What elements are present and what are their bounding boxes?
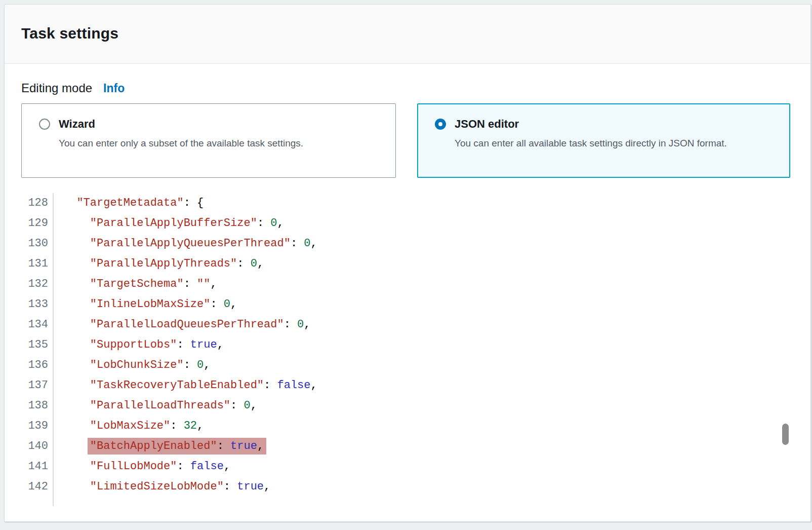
line-number: 131 [5, 254, 53, 274]
code-line[interactable]: 136 "LobChunkSize": 0, [5, 355, 810, 375]
code-text: "TargetSchema": "", [53, 274, 217, 294]
editing-mode-label: Editing mode [21, 81, 92, 95]
radio-selected-icon[interactable] [435, 119, 446, 130]
code-text: "ParallelLoadQueuesPerThread": 0, [53, 315, 311, 335]
radio-unselected-icon[interactable] [39, 119, 50, 130]
line-number: 130 [5, 234, 53, 254]
line-number: 139 [5, 416, 53, 436]
editing-mode-row: Editing mode Info [21, 81, 794, 95]
page-title: Task settings [21, 25, 794, 42]
code-line[interactable]: 131 "ParallelApplyThreads": 0, [5, 254, 810, 274]
code-line[interactable]: 130 "ParallelApplyQueuesPerThread": 0, [5, 234, 810, 254]
code-line[interactable]: 132 "TargetSchema": "", [5, 274, 810, 294]
editing-mode-tiles: Wizard You can enter only a subset of th… [21, 103, 794, 178]
wizard-option-title: Wizard [59, 117, 303, 131]
line-number: 133 [5, 294, 53, 315]
wizard-option-text: Wizard You can enter only a subset of th… [59, 117, 303, 177]
code-text: "BatchApplyEnabled": true, [53, 436, 264, 457]
line-number: 140 [5, 436, 53, 457]
code-line[interactable]: 138 "ParallelLoadThreads": 0, [5, 396, 810, 416]
code-line[interactable]: 133 "InlineLobMaxSize": 0, [5, 294, 810, 315]
line-number: 141 [5, 457, 53, 477]
json-editor-option-title: JSON editor [455, 117, 727, 131]
json-editor-option-description: You can enter all available task setting… [455, 134, 727, 153]
gutter-divider [53, 193, 54, 506]
line-number: 138 [5, 396, 53, 416]
code-text: "LimitedSizeLobMode": true, [53, 477, 270, 497]
code-text: "TargetMetadata": { [53, 193, 204, 213]
code-lines: 128 "TargetMetadata": {129 "ParallelAppl… [5, 193, 810, 497]
task-settings-panel: Task settings Editing mode Info Wizard Y… [4, 4, 811, 522]
line-number: 128 [5, 193, 53, 213]
highlighted-token: "BatchApplyEnabled": true, [88, 438, 266, 455]
line-number: 137 [5, 375, 53, 396]
json-code-editor[interactable]: 128 "TargetMetadata": {129 "ParallelAppl… [5, 193, 810, 506]
code-text: "ParallelApplyBufferSize": 0, [53, 213, 284, 234]
code-text: "LobChunkSize": 0, [53, 355, 210, 375]
code-text: "InlineLobMaxSize": 0, [53, 294, 237, 315]
code-line[interactable]: 141 "FullLobMode": false, [5, 457, 810, 477]
json-editor-option-card[interactable]: JSON editor You can enter all available … [417, 103, 790, 178]
line-number: 134 [5, 315, 53, 335]
scrollbar-thumb[interactable] [782, 424, 789, 445]
code-line[interactable]: 135 "SupportLobs": true, [5, 335, 810, 355]
info-link[interactable]: Info [103, 82, 125, 95]
wizard-option-description: You can enter only a subset of the avail… [59, 134, 303, 153]
code-text: "FullLobMode": false, [53, 457, 230, 477]
line-number: 142 [5, 477, 53, 497]
code-line[interactable]: 139 "LobMaxSize": 32, [5, 416, 810, 436]
code-text: "SupportLobs": true, [53, 335, 224, 355]
json-editor-option-text: JSON editor You can enter all available … [455, 117, 727, 177]
code-text: "ParallelLoadThreads": 0, [53, 396, 257, 416]
wizard-option-card[interactable]: Wizard You can enter only a subset of th… [21, 103, 396, 178]
line-number: 132 [5, 274, 53, 294]
line-number: 135 [5, 335, 53, 355]
code-text: "ParallelApplyQueuesPerThread": 0, [53, 234, 317, 254]
code-text: "LobMaxSize": 32, [53, 416, 204, 436]
panel-header: Task settings [5, 5, 810, 64]
panel-body: Editing mode Info Wizard You can enter o… [5, 64, 810, 506]
line-number: 129 [5, 213, 53, 234]
code-text: "TaskRecoveryTableEnabled": false, [53, 375, 317, 396]
line-number: 136 [5, 355, 53, 375]
code-line[interactable]: 137 "TaskRecoveryTableEnabled": false, [5, 375, 810, 396]
code-line[interactable]: 129 "ParallelApplyBufferSize": 0, [5, 213, 810, 234]
code-line[interactable]: 140 "BatchApplyEnabled": true, [5, 436, 810, 457]
code-line[interactable]: 142 "LimitedSizeLobMode": true, [5, 477, 810, 497]
code-line[interactable]: 128 "TargetMetadata": { [5, 193, 810, 213]
code-line[interactable]: 134 "ParallelLoadQueuesPerThread": 0, [5, 315, 810, 335]
code-text: "ParallelApplyThreads": 0, [53, 254, 264, 274]
